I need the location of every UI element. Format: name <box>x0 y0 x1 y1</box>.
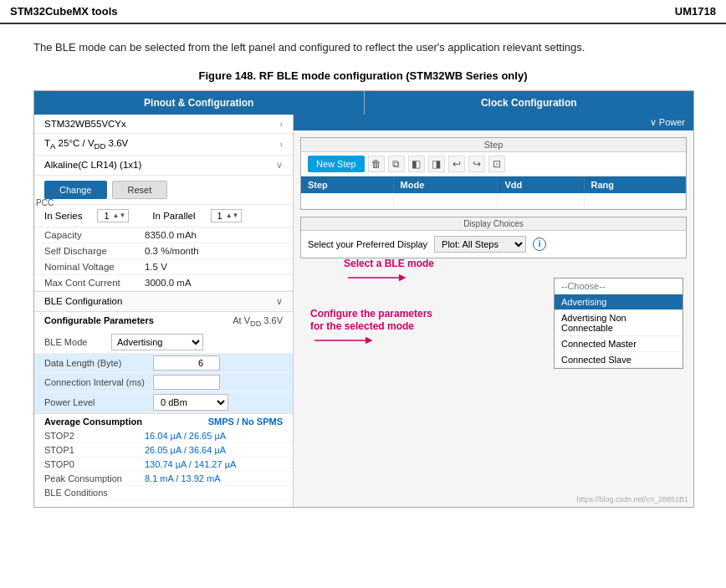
page-body: The BLE mode can be selected from the le… <box>0 24 726 523</box>
page-title: STM32CubeMX tools <box>10 5 118 18</box>
figure-inner: Pinout & Configuration Clock Configurati… <box>33 90 694 508</box>
device-row[interactable]: STM32WB55VCYx › <box>34 115 293 134</box>
redo-icon[interactable]: ↪ <box>468 156 485 172</box>
align-right-icon[interactable]: ◨ <box>428 156 445 172</box>
annotation-ble-mode: Select a BLE mode <box>344 257 434 286</box>
annotation-ble-label: Select a BLE mode <box>344 258 434 269</box>
alkaline-label: Alkaline(C LR14) (1x1) <box>44 160 141 170</box>
ble-mode-row: BLE Mode Advertising <box>34 331 293 354</box>
ble-option-advertising[interactable]: Advertising <box>555 294 683 310</box>
peak-consumption-row: Peak Consumption 8.1 mA / 13.92 mA <box>34 472 293 486</box>
watermark: https://blog.csdn.net/cn_28851B1 <box>576 495 688 504</box>
stop1-row: STOP1 26.05 µA / 36.64 µA <box>34 443 293 458</box>
figure-container: Pinout & Configuration Clock Configurati… <box>33 90 693 508</box>
alkaline-chevron: ∨ <box>276 160 283 171</box>
display-label: Select your Preferred Display <box>308 239 427 249</box>
export-icon[interactable]: ⊡ <box>488 156 505 172</box>
table-header-row: Step Mode Vdd Rang <box>301 176 686 193</box>
display-choices-content: Select your Preferred Display Plot: All … <box>301 231 686 258</box>
pcc-label: PCC <box>36 198 54 207</box>
data-length-input[interactable] <box>153 355 220 371</box>
avg-label: Average Consumption <box>44 417 142 427</box>
peak-consumption-value: 8.1 mA / 13.92 mA <box>145 473 221 483</box>
power-level-label: Power Level <box>44 397 153 407</box>
stop2-value: 16.04 µA / 26.65 µA <box>145 431 226 441</box>
stop0-value: 130.74 µA / 141.27 µA <box>145 459 236 469</box>
ble-option-adv-non-conn[interactable]: Advertising Non Connectable <box>555 310 683 336</box>
col-mode: Mode <box>393 176 498 193</box>
avg-title-row: Average Consumption SMPS / No SPMS <box>34 413 293 429</box>
display-select[interactable]: Plot: All Steps <box>434 236 526 253</box>
capacity-label: Capacity <box>44 230 145 240</box>
temp-arrow: › <box>279 139 283 149</box>
capacity-value: 8350.0 mAh <box>145 230 197 240</box>
self-discharge-label: Self Discharge <box>44 246 145 256</box>
ble-section-header[interactable]: BLE Configuration ∨ <box>34 291 293 312</box>
stop0-row: STOP0 130.74 µA / 141.27 µA <box>34 458 293 472</box>
in-series-spinner[interactable]: 1 ▲▼ <box>97 209 129 222</box>
power-level-row: Power Level 0 dBm <box>34 392 293 413</box>
series-parallel-row: In Series 1 ▲▼ In Parallel 1 ▲▼ <box>34 205 293 228</box>
connection-interval-input[interactable] <box>153 375 220 390</box>
alkaline-row[interactable]: Alkaline(C LR14) (1x1) ∨ <box>34 156 293 176</box>
device-arrow: › <box>279 119 283 129</box>
max-current-row: Max Cont Current 3000.0 mA <box>34 275 293 291</box>
reset-button[interactable]: Reset <box>112 181 168 199</box>
config-params-label: Configurable Parameters <box>44 315 154 328</box>
step-table: Step Mode Vdd Rang <box>301 176 686 209</box>
avg-section: Average Consumption SMPS / No SPMS STOP2… <box>34 413 293 500</box>
stop0-label: STOP0 <box>44 459 145 469</box>
connection-interval-label: Connection Interval (ms) <box>44 377 153 387</box>
table-row <box>301 193 686 209</box>
config-params-vdd: At VDD 3.6V <box>233 315 283 328</box>
device-label: STM32WB55VCYx <box>44 119 126 129</box>
col-step: Step <box>301 176 393 193</box>
connection-interval-row: Connection Interval (ms) <box>34 373 293 392</box>
nominal-voltage-label: Nominal Voltage <box>44 262 145 272</box>
new-step-button[interactable]: New Step <box>308 156 365 172</box>
copy-icon[interactable]: ⧉ <box>388 156 405 172</box>
in-parallel-spinner[interactable]: 1 ▲▼ <box>211 209 243 222</box>
power-btn[interactable]: ∨ Power <box>650 117 685 128</box>
nominal-voltage-value: 1.5 V <box>145 262 167 272</box>
annotation-params-label: Configure the parameters for the selecte… <box>310 308 432 332</box>
step-area: Step New Step 🗑 ⧉ ◧ ◨ ↩ ↪ ⊡ <box>300 137 687 210</box>
max-current-label: Max Cont Current <box>44 278 145 288</box>
change-button[interactable]: Change <box>44 181 107 199</box>
tab-clock[interactable]: Clock Configuration <box>365 91 694 115</box>
figure-title: Figure 148. RF BLE mode configuration (S… <box>33 69 693 82</box>
max-current-value: 3000.0 mA <box>145 278 192 288</box>
nav-tabs: Pinout & Configuration Clock Configurati… <box>34 91 693 115</box>
temp-row[interactable]: TA 25°C / VDD 3.6V › <box>34 134 293 156</box>
in-parallel-label: In Parallel <box>152 211 195 221</box>
trash-icon[interactable]: 🗑 <box>368 156 385 172</box>
ble-section-chevron: ∨ <box>276 296 283 307</box>
ble-option-choose[interactable]: --Choose-- <box>555 279 683 294</box>
main-content: PCC STM32WB55VCYx › TA 25°C / VDD 3.6V › <box>34 115 693 507</box>
ble-option-connected-master[interactable]: Connected Master <box>555 336 683 352</box>
step-label: Step <box>301 138 686 152</box>
info-icon[interactable]: i <box>533 238 546 251</box>
self-discharge-row: Self Discharge 0.3 %/month <box>34 243 293 259</box>
step-toolbar: New Step 🗑 ⧉ ◧ ◨ ↩ ↪ ⊡ <box>301 152 686 176</box>
display-choices-title: Display Choices <box>301 217 686 231</box>
tab-pinout[interactable]: Pinout & Configuration <box>34 91 365 115</box>
nominal-voltage-row: Nominal Voltage 1.5 V <box>34 259 293 275</box>
power-level-select[interactable]: 0 dBm <box>153 394 228 411</box>
arrow-ble-mode <box>344 269 411 286</box>
stop1-label: STOP1 <box>44 445 145 455</box>
right-top-bar: ∨ Power <box>294 115 693 130</box>
annotation-params: Configure the parameters for the selecte… <box>310 307 432 349</box>
ble-mode-dropdown: --Choose-- Advertising Advertising Non C… <box>554 278 683 369</box>
align-left-icon[interactable]: ◧ <box>408 156 425 172</box>
data-length-label: Data Length (Byte) <box>44 358 153 368</box>
ble-option-connected-slave[interactable]: Connected Slave <box>555 352 683 368</box>
ble-mode-label: BLE Mode <box>44 337 111 347</box>
self-discharge-value: 0.3 %/month <box>145 246 199 256</box>
intro-text: The BLE mode can be selected from the le… <box>33 39 693 56</box>
capacity-row: Capacity 8350.0 mAh <box>34 228 293 243</box>
ble-mode-select[interactable]: Advertising <box>111 334 203 350</box>
undo-icon[interactable]: ↩ <box>448 156 465 172</box>
display-choices: Display Choices Select your Preferred Di… <box>300 217 687 258</box>
col-vdd: Vdd <box>498 176 584 193</box>
